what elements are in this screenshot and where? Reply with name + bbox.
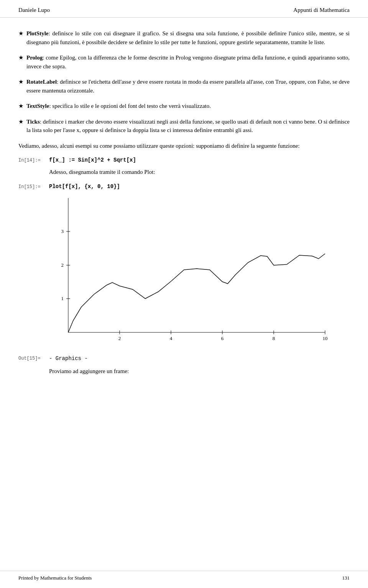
svg-text:1: 1 xyxy=(61,296,64,301)
header-left: Daniele Lupo xyxy=(18,7,50,13)
bullet-textstyle: ★ TextStyle: specifica lo stile e le opz… xyxy=(18,102,350,111)
term-rotatelabel: RotateLabel xyxy=(26,79,57,85)
plot-curve xyxy=(68,254,325,332)
star-icon-2: ★ xyxy=(18,53,23,71)
footer-page: 131 xyxy=(342,575,350,581)
paragraph-3: Proviamo ad aggiungere un frame: xyxy=(49,367,350,376)
text-prolog: : come Epilog, con la differenza che le … xyxy=(26,55,350,69)
bullet-plotstyle-text: PlotStyle: definisce lo stile con cui di… xyxy=(26,29,350,46)
text-plotstyle: : definisce lo stile con cui disegnare i… xyxy=(26,30,350,45)
svg-text:10: 10 xyxy=(323,335,328,341)
text-textstyle: : specifica lo stile e le opzioni del fo… xyxy=(49,103,211,109)
output-15-label: Out[15]= xyxy=(18,356,49,361)
input-15-code: Plot[f[x], {x, 0, 10}] xyxy=(49,183,120,190)
svg-text:6: 6 xyxy=(221,335,224,341)
page-footer: Printed by Mathematica for Students 131 xyxy=(0,571,368,588)
output-15-text: - Graphics - xyxy=(49,355,88,362)
bullet-textstyle-text: TextStyle: specifica lo stile e le opzio… xyxy=(26,102,350,111)
star-icon: ★ xyxy=(18,29,23,46)
input-15-label: In[15]:= xyxy=(18,183,49,190)
page-header: Daniele Lupo Appunti di Mathematica xyxy=(0,0,368,18)
input-14-label: In[14]:= xyxy=(18,157,49,163)
svg-text:3: 3 xyxy=(61,228,64,234)
plot-graph: 1 2 3 2 4 6 8 xyxy=(49,194,350,348)
plot-svg: 1 2 3 2 4 6 8 xyxy=(49,194,329,348)
text-rotatelabel: : definisce se l'etichetta dell'asse y d… xyxy=(26,79,350,94)
term-ticks: Ticks xyxy=(26,119,40,125)
bullet-prolog: ★ Prolog: come Epilog, con la differenza… xyxy=(18,53,350,71)
svg-text:2: 2 xyxy=(61,262,64,268)
footer-left: Printed by Mathematica for Students xyxy=(18,575,92,581)
main-content: ★ PlotStyle: definisce lo stile con cui … xyxy=(0,18,368,405)
term-prolog: Prolog xyxy=(26,55,43,61)
page: Daniele Lupo Appunti di Mathematica ★ Pl… xyxy=(0,0,368,588)
input-15-row: In[15]:= Plot[f[x], {x, 0, 10}] xyxy=(18,183,350,190)
text-ticks: : definisce i marker che devono essere v… xyxy=(26,119,350,134)
svg-text:2: 2 xyxy=(118,335,121,341)
bullet-rotatelabel: ★ RotateLabel: definisce se l'etichetta … xyxy=(18,78,350,95)
svg-text:4: 4 xyxy=(170,335,172,341)
bullet-ticks: ★ Ticks: definisce i marker che devono e… xyxy=(18,117,350,135)
bullet-plotstyle: ★ PlotStyle: definisce lo stile con cui … xyxy=(18,29,350,46)
svg-text:8: 8 xyxy=(273,335,275,341)
output-15-row: Out[15]= - Graphics - xyxy=(18,355,350,362)
paragraph-1: Vediamo, adesso, alcuni esempi su come p… xyxy=(18,142,350,150)
input-14-code: f[x_] := Sin[x]^2 + Sqrt[x] xyxy=(49,157,136,163)
star-icon-3: ★ xyxy=(18,78,23,95)
bullet-ticks-text: Ticks: definisce i marker che devono ess… xyxy=(26,117,350,135)
paragraph-2: Adesso, disegnamola tramite il comando P… xyxy=(49,168,350,177)
term-textstyle: TextStyle xyxy=(26,103,49,109)
bullet-prolog-text: Prolog: come Epilog, con la differenza c… xyxy=(26,53,350,71)
star-icon-4: ★ xyxy=(18,102,23,111)
header-right: Appunti di Mathematica xyxy=(293,7,350,13)
input-14-row: In[14]:= f[x_] := Sin[x]^2 + Sqrt[x] xyxy=(18,157,350,163)
star-icon-5: ★ xyxy=(18,117,23,135)
bullet-rotatelabel-text: RotateLabel: definisce se l'etichetta de… xyxy=(26,78,350,95)
term-plotstyle: PlotStyle xyxy=(26,30,49,36)
